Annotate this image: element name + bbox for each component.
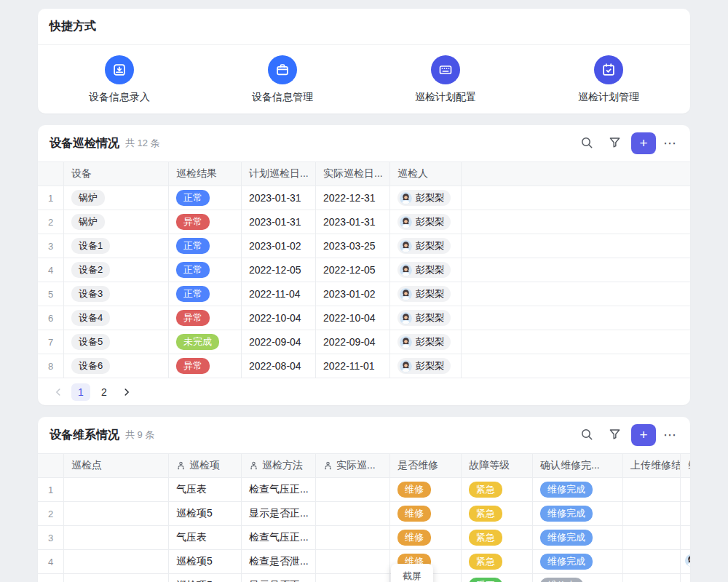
filter-button[interactable] [604,132,625,154]
planned-date-cell: 2022-10-04 [242,306,316,330]
row-number: 1 [38,186,64,210]
table-header-row: 设备巡检结果计划巡检日...实际巡检日...巡检人 [38,162,690,186]
item-cell: 气压表 [169,478,242,501]
table-row[interactable]: 7设备5未完成2022-09-042022-09-04彭梨梨 [38,330,690,354]
row-number: 3 [38,526,64,549]
table-cell [462,162,690,186]
shortcut-keyboard[interactable]: 巡检计划配置 [364,55,527,104]
shortcuts-header: 快捷方式 [38,9,690,45]
column-header: 确认维修完... [533,454,623,477]
confirm-cell: 维修完成 [533,550,623,573]
repairer-cell [681,550,690,573]
shortcut-label: 设备信息录入 [89,91,150,104]
table-row[interactable]: 2巡检项5显示是否正...维修紧急维修完成 [38,502,690,526]
actual-date-cell: 2022-12-31 [316,186,390,210]
row-number: 4 [38,258,64,282]
table-row[interactable]: 3气压表检查气压正...维修紧急维修完成 [38,526,690,550]
device-tag: 设备3 [71,286,110,302]
device-cell: 设备3 [64,282,169,306]
actual-cell [316,502,390,525]
filter-button[interactable] [604,424,625,446]
inspector-name: 彭梨梨 [416,215,444,228]
shortcuts-title: 快捷方式 [50,19,96,34]
table-cell [462,234,690,258]
row-number: 2 [38,502,64,525]
table-row[interactable]: 2锅炉异常2023-01-312023-01-31彭梨梨 [38,210,690,234]
search-button[interactable] [576,424,598,446]
item-cell: 巡检项5 [169,502,242,525]
row-number: 1 [38,478,64,501]
repair-cell: 维修 [390,526,462,549]
row-number: 4 [38,550,64,573]
add-record-button[interactable]: + [631,132,656,154]
status-badge: 正常 [176,238,210,254]
table-row[interactable]: 5巡检项5显示是否正...维修重要维修中 [38,574,690,582]
table-row[interactable]: 4设备2正常2022-12-052022-12-05彭梨梨 [38,258,690,282]
result-cell: 正常 [169,186,242,210]
shortcut-briefcase[interactable]: 设备信息管理 [201,55,364,104]
device-tag: 设备5 [71,334,110,350]
inspection-toolbar: + ⋯ [576,132,678,154]
confirm-cell: 维修中 [533,574,623,582]
inspector-cell: 彭梨梨 [390,330,462,354]
device-cell: 锅炉 [64,210,169,234]
row-number: 3 [38,234,64,258]
page-button-1[interactable]: 1 [71,383,90,401]
calendar-check-icon [594,55,623,84]
add-record-button[interactable]: + [631,424,656,446]
table-row[interactable]: 1锅炉正常2023-01-312022-12-31彭梨梨 [38,186,690,210]
inspector-name: 彭梨梨 [416,191,444,204]
method-cell: 显示是否正... [242,502,316,525]
more-button[interactable]: ⋯ [662,427,678,443]
upload-cell [623,478,681,501]
column-header: 上传维修结... [623,454,681,477]
actual-cell [316,478,390,501]
avatar [400,192,412,204]
repair-cell: 维修 [390,478,462,501]
table-row[interactable]: 5设备3正常2022-11-042023-01-02彭梨梨 [38,282,690,306]
inspection-header: 设备巡检情况 共 12 条 + ⋯ [38,125,690,162]
prev-page-button[interactable] [50,383,67,401]
table-row[interactable]: 4巡检项5检查是否泄...维修紧急维修完成 [38,550,690,574]
item-cell: 巡检项5 [169,574,242,582]
column-header: 巡检点 [64,454,169,477]
next-page-button[interactable] [118,383,135,401]
option-badge: 维修完成 [540,506,593,522]
table-row[interactable]: 8设备6异常2022-08-042022-11-01彭梨梨 [38,354,690,378]
table-row[interactable]: 6设备4异常2022-10-042022-10-04彭梨梨 [38,306,690,330]
option-badge: 重要 [469,578,502,582]
planned-date-cell: 2023-01-31 [242,186,316,210]
table-row[interactable]: 3设备1正常2023-01-022023-03-25彭梨梨 [38,234,690,258]
maintenance-table: 巡检点巡检项巡检方法实际巡...是否维修故障等级确认维修完...上传维修结...… [38,453,690,582]
status-badge: 正常 [176,286,210,302]
table-row[interactable]: 1气压表检查气压正...维修紧急维修完成 [38,478,690,502]
inspector-chip: 彭梨梨 [397,238,451,254]
row-number: 5 [38,282,64,306]
result-cell: 异常 [169,210,242,234]
avatar [400,216,412,228]
search-button[interactable] [576,132,598,154]
upload-cell [623,574,681,582]
avatar [400,360,412,372]
filter-icon [609,428,621,442]
row-number: 7 [38,330,64,354]
actual-date-cell: 2022-10-04 [316,306,390,330]
inspector-chip: 彭梨梨 [397,262,451,278]
column-header-label: 上传维修结... [630,459,681,472]
actual-cell [316,550,390,573]
upload-cell [623,526,681,549]
inspector-chip: 彭梨梨 [397,358,451,374]
shortcut-label: 巡检计划管理 [578,91,639,104]
level-cell: 紧急 [462,550,533,573]
inspector-cell: 彭梨梨 [390,210,462,234]
page-button-2[interactable]: 2 [95,383,114,401]
actual-cell [316,574,390,582]
keyboard-icon [431,55,460,84]
shortcut-device-entry[interactable]: 设备信息录入 [38,55,201,104]
more-button[interactable]: ⋯ [662,135,678,151]
column-header-label: 巡检点 [71,459,102,472]
row-number: 8 [38,354,64,378]
column-header-label: 是否维修 [397,459,438,472]
maintenance-toolbar: + ⋯ [576,424,678,446]
shortcut-calendar-check[interactable]: 巡检计划管理 [527,55,690,104]
